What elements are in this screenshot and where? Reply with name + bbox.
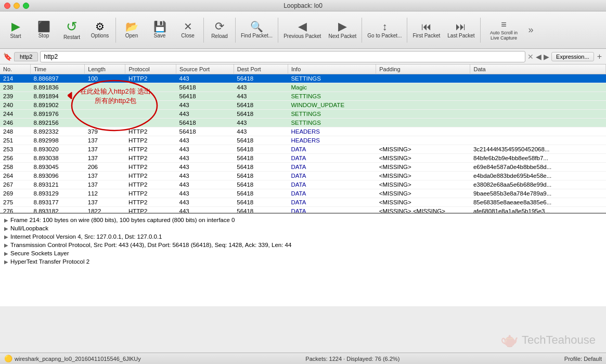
table-cell: HEADERS	[288, 136, 376, 145]
goto-packet-button[interactable]: ↕ Go to Packet...	[364, 14, 405, 47]
table-cell	[376, 83, 470, 92]
table-row[interactable]: 2488.892332379HTTP256418443HEADERS	[0, 127, 606, 136]
toolbar-more-button[interactable]: »	[526, 24, 536, 35]
col-header-padding[interactable]: Padding	[376, 64, 470, 74]
col-header-length[interactable]: Length	[85, 64, 125, 74]
detail-row[interactable]: ▶Transmission Control Protocol, Src Port…	[0, 241, 606, 249]
col-header-time[interactable]: Time	[31, 64, 85, 74]
packet-list: No. Time Length Protocol Source Port Des…	[0, 64, 606, 213]
table-cell: SETTINGS	[288, 92, 376, 101]
table-cell: 253	[0, 145, 31, 154]
table-row[interactable]: 2538.893020137HTTP244356418DATA<MISSING>…	[0, 145, 606, 154]
close-window-button[interactable]	[4, 3, 10, 9]
table-row[interactable]: 2148.886897100HTTP244356418SETTINGS	[0, 74, 606, 83]
minimize-window-button[interactable]	[14, 3, 20, 9]
close-capture-icon: ✕	[184, 21, 192, 32]
last-packet-button[interactable]: ⏭ Last Packet	[444, 14, 478, 47]
profile-label: Profile: Default	[564, 356, 602, 362]
reload-button[interactable]: ⟳ Reload	[206, 14, 233, 47]
restart-button[interactable]: ↺ Restart	[58, 14, 85, 47]
detail-row-text: Null/Loopback	[10, 225, 48, 231]
table-cell	[125, 110, 176, 119]
table-row[interactable]: 2768.8931821822HTTP244356418DATA<MISSING…	[0, 207, 606, 213]
table-cell: HTTP2	[125, 154, 176, 163]
col-header-info[interactable]: Info	[288, 64, 376, 74]
table-row[interactable]: 2758.893177137HTTP244356418DATA<MISSING>…	[0, 198, 606, 207]
table-cell: e4bda0e883bde695b4e58e...	[470, 172, 606, 180]
filter-arrow-left-icon[interactable]: ◀	[536, 53, 541, 61]
detail-row-text: Internet Protocol Version 4, Src: 127.0.…	[10, 233, 162, 240]
table-cell	[470, 74, 606, 83]
detail-row[interactable]: ▶HyperText Transfer Protocol 2	[0, 257, 606, 266]
table-cell: HTTP2	[125, 180, 176, 189]
table-cell: 8.893096	[31, 172, 85, 180]
table-cell: 443	[234, 119, 288, 127]
detail-row[interactable]: ▶Frame 214: 100 bytes on wire (800 bits)…	[0, 216, 606, 224]
table-cell: 56418	[234, 74, 288, 83]
table-row[interactable]: 2468.89215656418443SETTINGS	[0, 119, 606, 127]
table-row[interactable]: 2648.893096137HTTP244356418DATA<MISSING>…	[0, 172, 606, 180]
options-button[interactable]: ⚙ Options	[86, 14, 113, 47]
detail-row-text: Secure Sockets Layer	[10, 250, 69, 256]
add-filter-button[interactable]: +	[596, 52, 603, 61]
table-cell: 239	[0, 92, 31, 101]
table-cell	[376, 136, 470, 145]
close-capture-button[interactable]: ✕ Close	[174, 14, 201, 47]
status-ready-icon: 🟡	[4, 355, 12, 362]
detail-row[interactable]: ▶Null/Loopback	[0, 224, 606, 232]
detail-row[interactable]: ▶Internet Protocol Version 4, Src: 127.0…	[0, 232, 606, 241]
table-row[interactable]: 2408.89190244356418WINDOW_UPDATE	[0, 101, 606, 110]
autoscroll-label: Auto Scroll in Live Capture	[486, 30, 522, 41]
stop-label: Stop	[38, 33, 49, 38]
col-header-dstport[interactable]: Dest Port	[234, 64, 288, 74]
table-cell: DATA	[288, 154, 376, 163]
table-row[interactable]: 2398.89189456418443SETTINGS	[0, 92, 606, 101]
table-row[interactable]: 2518.892998137HTTP244356418HEADERS	[0, 136, 606, 145]
table-cell: DATA	[288, 172, 376, 180]
table-cell: e38082e68aa5e6b688e99d...	[470, 180, 606, 189]
filter-arrow-right-icon[interactable]: ▶	[544, 53, 549, 61]
table-row[interactable]: 2568.893038137HTTP244356418DATA<MISSING>…	[0, 154, 606, 163]
open-label: Open	[125, 33, 138, 38]
prev-packet-button[interactable]: ◀ Previous Packet	[280, 14, 324, 47]
table-row[interactable]: 2388.89183656418443Magic	[0, 83, 606, 92]
table-cell: WINDOW_UPDATE	[288, 101, 376, 110]
filter-tab[interactable]: http2	[14, 52, 38, 61]
table-row[interactable]: 2588.893045206HTTP244356418DATA<MISSING>…	[0, 163, 606, 172]
table-cell: 56418	[234, 110, 288, 119]
first-packet-button[interactable]: ⏮ First Packet	[409, 14, 443, 47]
col-header-data[interactable]: Data	[470, 64, 606, 74]
reload-label: Reload	[211, 33, 228, 39]
capture-filename: wireshark_pcapng_lo0_20160411015546_6JlK…	[15, 356, 141, 362]
maximize-window-button[interactable]	[23, 3, 29, 9]
table-cell: 56418	[234, 189, 288, 198]
table-row[interactable]: 2678.893121137HTTP244356418DATA<MISSING>…	[0, 180, 606, 189]
autoscroll-button[interactable]: ≡ Auto Scroll in Live Capture	[483, 14, 525, 47]
filter-input[interactable]	[40, 51, 525, 62]
filter-clear-icon[interactable]: ✕	[527, 53, 534, 61]
start-button[interactable]: ▶ Start	[2, 14, 29, 47]
reload-icon: ⟳	[215, 21, 224, 32]
col-header-no[interactable]: No.	[0, 64, 31, 74]
goto-packet-icon: ↕	[382, 21, 387, 32]
detail-row[interactable]: ▶Secure Sockets Layer	[0, 249, 606, 257]
detail-row-text: Transmission Control Protocol, Src Port:…	[10, 242, 291, 248]
save-icon: 💾	[153, 21, 166, 32]
save-button[interactable]: 💾 Save	[146, 14, 173, 47]
status-center: Packets: 1224 · Displayed: 76 (6.2%)	[145, 356, 560, 362]
filter-bookmark-icon[interactable]: 🔖	[3, 53, 12, 61]
table-cell	[376, 110, 470, 119]
table-cell: 9baee585b3e8a784e789a9...	[470, 189, 606, 198]
next-packet-button[interactable]: ▶ Next Packet	[325, 14, 359, 47]
col-header-srcport[interactable]: Source Port	[176, 64, 234, 74]
stop-button[interactable]: ⬛ Stop	[30, 14, 57, 47]
table-cell: HTTP2	[125, 198, 176, 207]
find-packet-button[interactable]: 🔍 Find Packet...	[238, 14, 276, 47]
table-row[interactable]: 2698.893129112HTTP244356418DATA<MISSING>…	[0, 189, 606, 198]
table-row[interactable]: 2448.89197644356418SETTINGS	[0, 110, 606, 119]
expression-button[interactable]: Expression...	[551, 52, 594, 61]
col-header-protocol[interactable]: Protocol	[125, 64, 176, 74]
prev-packet-icon: ◀	[298, 21, 307, 32]
open-button[interactable]: 📂 Open	[118, 14, 145, 47]
table-cell	[125, 92, 176, 101]
